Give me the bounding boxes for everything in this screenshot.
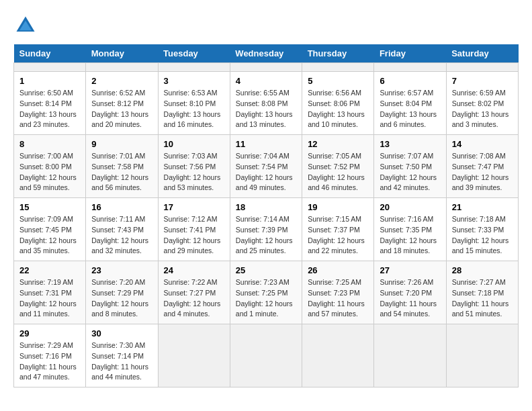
calendar-cell <box>374 324 446 387</box>
day-number: 5 <box>308 76 368 86</box>
day-info: Sunrise: 6:52 AMSunset: 8:12 PMDaylight:… <box>91 88 152 130</box>
calendar-cell: 8Sunrise: 7:00 AMSunset: 8:00 PMDaylight… <box>14 135 86 198</box>
day-number: 8 <box>19 139 80 149</box>
day-info: Sunrise: 7:12 AMSunset: 7:41 PMDaylight:… <box>164 214 224 257</box>
calendar-cell: 18Sunrise: 7:14 AMSunset: 7:39 PMDayligh… <box>230 198 302 261</box>
calendar-cell: 11Sunrise: 7:04 AMSunset: 7:54 PMDayligh… <box>230 135 302 198</box>
header-row: SundayMondayTuesdayWednesdayThursdayFrid… <box>14 44 519 63</box>
day-info: Sunrise: 7:22 AMSunset: 7:27 PMDaylight:… <box>164 277 224 320</box>
day-number: 20 <box>380 202 440 212</box>
calendar-cell <box>14 63 86 72</box>
calendar-cell: 16Sunrise: 7:11 AMSunset: 7:43 PMDayligh… <box>86 198 158 261</box>
calendar-cell: 3Sunrise: 6:53 AMSunset: 8:10 PMDaylight… <box>158 72 230 135</box>
column-header-tuesday: Tuesday <box>158 44 230 63</box>
day-number: 14 <box>452 139 513 149</box>
calendar-cell <box>302 63 374 72</box>
day-info: Sunrise: 7:04 AMSunset: 7:54 PMDaylight:… <box>236 151 296 193</box>
day-number: 2 <box>91 76 152 86</box>
logo <box>13 13 42 38</box>
calendar-cell: 5Sunrise: 6:56 AMSunset: 8:06 PMDaylight… <box>302 72 374 135</box>
calendar-week-6: 29Sunrise: 7:29 AMSunset: 7:16 PMDayligh… <box>14 324 519 387</box>
column-header-friday: Friday <box>374 44 446 63</box>
calendar-cell <box>374 63 446 72</box>
day-number: 15 <box>19 202 80 212</box>
calendar-cell: 19Sunrise: 7:15 AMSunset: 7:37 PMDayligh… <box>302 198 374 261</box>
calendar-week-3: 8Sunrise: 7:00 AMSunset: 8:00 PMDaylight… <box>14 135 519 198</box>
day-number: 11 <box>236 139 296 149</box>
calendar-cell: 10Sunrise: 7:03 AMSunset: 7:56 PMDayligh… <box>158 135 230 198</box>
day-number: 25 <box>236 265 296 275</box>
calendar-cell: 7Sunrise: 6:59 AMSunset: 8:02 PMDaylight… <box>446 72 518 135</box>
day-info: Sunrise: 7:23 AMSunset: 7:25 PMDaylight:… <box>236 277 296 320</box>
day-number: 26 <box>308 265 368 275</box>
day-number: 22 <box>19 265 80 275</box>
calendar-cell <box>86 63 158 72</box>
day-number: 12 <box>308 139 368 149</box>
day-info: Sunrise: 6:50 AMSunset: 8:14 PMDaylight:… <box>19 88 80 130</box>
calendar-cell: 23Sunrise: 7:20 AMSunset: 7:29 PMDayligh… <box>86 261 158 324</box>
day-info: Sunrise: 7:26 AMSunset: 7:20 PMDaylight:… <box>380 277 440 320</box>
day-info: Sunrise: 7:07 AMSunset: 7:50 PMDaylight:… <box>380 151 440 193</box>
day-info: Sunrise: 6:56 AMSunset: 8:06 PMDaylight:… <box>308 88 368 130</box>
calendar-cell: 9Sunrise: 7:01 AMSunset: 7:58 PMDaylight… <box>86 135 158 198</box>
page-header <box>13 13 519 38</box>
day-info: Sunrise: 7:08 AMSunset: 7:47 PMDaylight:… <box>452 151 513 193</box>
day-number: 9 <box>91 139 152 149</box>
calendar-cell: 12Sunrise: 7:05 AMSunset: 7:52 PMDayligh… <box>302 135 374 198</box>
calendar-cell: 27Sunrise: 7:26 AMSunset: 7:20 PMDayligh… <box>374 261 446 324</box>
day-number: 6 <box>380 76 440 86</box>
day-number: 3 <box>164 76 224 86</box>
day-info: Sunrise: 7:14 AMSunset: 7:39 PMDaylight:… <box>236 214 296 257</box>
day-number: 24 <box>164 265 224 275</box>
calendar-cell: 4Sunrise: 6:55 AMSunset: 8:08 PMDaylight… <box>230 72 302 135</box>
calendar-cell: 2Sunrise: 6:52 AMSunset: 8:12 PMDaylight… <box>86 72 158 135</box>
calendar-cell <box>158 63 230 72</box>
calendar-cell <box>446 63 518 72</box>
day-info: Sunrise: 7:19 AMSunset: 7:31 PMDaylight:… <box>19 277 80 320</box>
day-info: Sunrise: 7:18 AMSunset: 7:33 PMDaylight:… <box>452 214 513 257</box>
day-info: Sunrise: 6:59 AMSunset: 8:02 PMDaylight:… <box>452 88 513 130</box>
day-number: 30 <box>91 328 152 338</box>
day-number: 23 <box>91 265 152 275</box>
calendar-cell: 1Sunrise: 6:50 AMSunset: 8:14 PMDaylight… <box>14 72 86 135</box>
day-info: Sunrise: 7:27 AMSunset: 7:18 PMDaylight:… <box>452 277 513 320</box>
day-number: 29 <box>19 328 80 338</box>
column-header-monday: Monday <box>86 44 158 63</box>
day-number: 4 <box>236 76 296 86</box>
calendar-cell <box>446 324 518 387</box>
calendar-cell: 6Sunrise: 6:57 AMSunset: 8:04 PMDaylight… <box>374 72 446 135</box>
day-info: Sunrise: 7:25 AMSunset: 7:23 PMDaylight:… <box>308 277 368 320</box>
calendar-cell <box>230 63 302 72</box>
calendar-week-2: 1Sunrise: 6:50 AMSunset: 8:14 PMDaylight… <box>14 72 519 135</box>
day-number: 19 <box>308 202 368 212</box>
calendar-week-1 <box>14 63 519 72</box>
day-number: 13 <box>380 139 440 149</box>
calendar-cell: 17Sunrise: 7:12 AMSunset: 7:41 PMDayligh… <box>158 198 230 261</box>
calendar-cell: 20Sunrise: 7:16 AMSunset: 7:35 PMDayligh… <box>374 198 446 261</box>
column-header-thursday: Thursday <box>302 44 374 63</box>
day-info: Sunrise: 7:29 AMSunset: 7:16 PMDaylight:… <box>19 340 80 383</box>
day-info: Sunrise: 6:55 AMSunset: 8:08 PMDaylight:… <box>236 88 296 130</box>
calendar-cell: 29Sunrise: 7:29 AMSunset: 7:16 PMDayligh… <box>14 324 86 387</box>
day-number: 16 <box>91 202 152 212</box>
day-number: 7 <box>452 76 513 86</box>
calendar-cell: 22Sunrise: 7:19 AMSunset: 7:31 PMDayligh… <box>14 261 86 324</box>
calendar-cell <box>230 324 302 387</box>
calendar-week-4: 15Sunrise: 7:09 AMSunset: 7:45 PMDayligh… <box>14 198 519 261</box>
calendar-week-5: 22Sunrise: 7:19 AMSunset: 7:31 PMDayligh… <box>14 261 519 324</box>
calendar-cell: 28Sunrise: 7:27 AMSunset: 7:18 PMDayligh… <box>446 261 518 324</box>
calendar-table: SundayMondayTuesdayWednesdayThursdayFrid… <box>13 44 519 387</box>
day-number: 21 <box>452 202 513 212</box>
calendar-cell: 21Sunrise: 7:18 AMSunset: 7:33 PMDayligh… <box>446 198 518 261</box>
column-header-saturday: Saturday <box>446 44 518 63</box>
day-info: Sunrise: 6:53 AMSunset: 8:10 PMDaylight:… <box>164 88 224 130</box>
calendar-cell <box>302 324 374 387</box>
day-info: Sunrise: 7:03 AMSunset: 7:56 PMDaylight:… <box>164 151 224 193</box>
day-info: Sunrise: 7:00 AMSunset: 8:00 PMDaylight:… <box>19 151 80 193</box>
day-info: Sunrise: 6:57 AMSunset: 8:04 PMDaylight:… <box>380 88 440 130</box>
day-info: Sunrise: 7:20 AMSunset: 7:29 PMDaylight:… <box>91 277 152 320</box>
calendar-cell: 30Sunrise: 7:30 AMSunset: 7:14 PMDayligh… <box>86 324 158 387</box>
day-info: Sunrise: 7:16 AMSunset: 7:35 PMDaylight:… <box>380 214 440 257</box>
calendar-cell: 26Sunrise: 7:25 AMSunset: 7:23 PMDayligh… <box>302 261 374 324</box>
calendar-cell: 24Sunrise: 7:22 AMSunset: 7:27 PMDayligh… <box>158 261 230 324</box>
